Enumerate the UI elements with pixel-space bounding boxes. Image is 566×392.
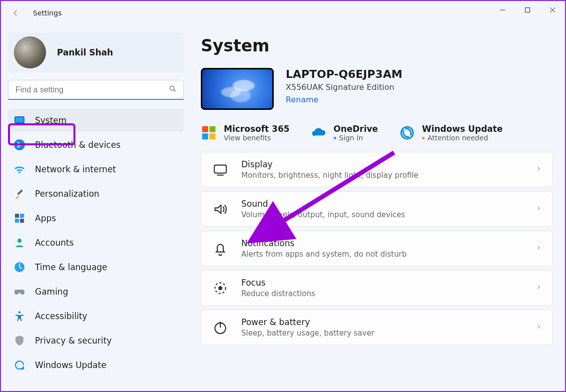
svg-rect-11: [20, 219, 24, 223]
nav-label: Network & internet: [35, 164, 116, 174]
minimize-button[interactable]: [490, 1, 515, 19]
chevron-right-icon: [536, 165, 542, 174]
card-sound[interactable]: SoundVolume levels, output, input, sound…: [201, 191, 553, 227]
sound-icon: [212, 201, 228, 217]
onedrive-icon: [311, 125, 327, 141]
card-title: Sound: [241, 199, 523, 209]
card-title: Notifications: [241, 238, 523, 248]
bluetooth-icon: [13, 138, 26, 151]
service-title: OneDrive: [334, 124, 378, 134]
search-input[interactable]: [8, 80, 184, 100]
svg-point-14: [18, 311, 20, 313]
svg-point-2: [170, 86, 174, 90]
service-title: Microsoft 365: [224, 124, 290, 134]
nav-label: Privacy & security: [35, 336, 112, 346]
nav-label: Windows Update: [35, 360, 106, 370]
apps-icon: [13, 212, 26, 225]
nav-item-bluetooth[interactable]: Bluetooth & devices: [8, 133, 184, 156]
bell-icon: [212, 241, 228, 257]
device-name: LAPTOP-Q6EJP3AM: [286, 68, 402, 80]
nav-item-gaming[interactable]: Gaming: [8, 280, 184, 303]
gamepad-icon: [13, 285, 26, 298]
svg-rect-20: [214, 165, 226, 173]
nav-item-accounts[interactable]: Accounts: [8, 231, 184, 254]
nav-item-apps[interactable]: Apps: [8, 207, 184, 230]
nav-label: Bluetooth & devices: [35, 140, 120, 150]
svg-rect-16: [209, 126, 215, 132]
card-desc: Volume levels, output, input, sound devi…: [241, 210, 523, 219]
device-model: X556UAK Signature Edition: [286, 82, 402, 92]
display-icon: [212, 162, 228, 178]
shield-icon: [13, 334, 26, 347]
card-notifications[interactable]: NotificationsAlerts from apps and system…: [201, 231, 553, 266]
service-microsoft-365[interactable]: Microsoft 365 View benefits: [201, 124, 290, 142]
focus-icon: [212, 280, 228, 296]
status-dot: [422, 137, 425, 139]
device-thumbnail: [201, 68, 274, 110]
window-title: Settings: [33, 9, 61, 17]
sidebar: Pankil Shah System Bluetooth & devices N…: [1, 28, 191, 391]
chevron-right-icon: [536, 283, 542, 293]
system-icon: [13, 114, 26, 127]
nav-label: Personalization: [35, 189, 99, 199]
user-card[interactable]: Pankil Shah: [8, 32, 184, 72]
card-focus[interactable]: FocusReduce distractions: [201, 270, 553, 306]
svg-line-3: [174, 90, 175, 91]
maximize-button[interactable]: [515, 1, 540, 19]
page-title: System: [201, 36, 553, 55]
titlebar: Settings: [1, 1, 565, 25]
service-subtitle: Sign In: [334, 134, 378, 142]
main: System LAPTOP-Q6EJP3AM X556UAK Signature…: [191, 28, 565, 391]
card-title: Power & battery: [241, 317, 523, 327]
update-icon: [13, 359, 26, 372]
svg-rect-9: [20, 214, 24, 218]
card-desc: Monitors, brightness, night light, displ…: [241, 171, 523, 180]
service-onedrive[interactable]: OneDrive Sign In: [311, 124, 378, 142]
svg-rect-7: [17, 189, 22, 195]
svg-rect-8: [15, 214, 19, 218]
card-power-battery[interactable]: Power & batterySleep, battery usage, bat…: [201, 310, 553, 345]
nav-item-privacy-security[interactable]: Privacy & security: [8, 329, 184, 352]
service-windows-update[interactable]: Windows Update Attention needed: [399, 124, 503, 142]
nav-item-accessibility[interactable]: Accessibility: [8, 305, 184, 328]
device-row: LAPTOP-Q6EJP3AM X556UAK Signature Editio…: [201, 68, 553, 110]
card-display[interactable]: DisplayMonitors, brightness, night light…: [201, 152, 553, 187]
nav-item-system[interactable]: System: [8, 109, 184, 132]
svg-rect-1: [526, 8, 530, 12]
svg-rect-18: [209, 133, 215, 139]
svg-rect-10: [15, 219, 19, 223]
search-icon: [169, 85, 177, 95]
service-title: Windows Update: [422, 124, 503, 134]
status-dot: [334, 137, 336, 139]
card-title: Display: [241, 159, 523, 169]
svg-rect-17: [202, 133, 208, 139]
microsoft-365-icon: [201, 125, 217, 141]
svg-rect-15: [202, 126, 208, 132]
chevron-right-icon: [536, 204, 542, 214]
avatar: [14, 36, 46, 68]
rename-link[interactable]: Rename: [286, 95, 402, 104]
svg-point-23: [218, 286, 222, 290]
close-button[interactable]: [540, 1, 565, 19]
svg-point-12: [17, 239, 21, 243]
nav-label: Accounts: [35, 238, 74, 248]
nav-item-personalization[interactable]: Personalization: [8, 182, 184, 205]
windows-update-icon: [399, 125, 415, 141]
card-desc: Reduce distractions: [241, 289, 523, 298]
nav-item-time-language[interactable]: Time & language: [8, 256, 184, 279]
clock-globe-icon: [13, 261, 26, 274]
user-name: Pankil Shah: [57, 47, 113, 57]
power-icon: [212, 320, 228, 336]
nav-item-network[interactable]: Network & internet: [8, 158, 184, 181]
service-subtitle: Attention needed: [422, 134, 503, 142]
nav-label: Time & language: [35, 262, 107, 272]
back-button[interactable]: [8, 5, 23, 20]
nav-label: Accessibility: [35, 311, 87, 321]
chevron-right-icon: [536, 323, 542, 332]
svg-rect-5: [15, 117, 23, 122]
service-subtitle: View benefits: [224, 134, 290, 142]
nav-label: System: [35, 115, 66, 125]
svg-point-6: [14, 139, 25, 150]
nav-item-windows-update[interactable]: Windows Update: [8, 354, 184, 377]
paintbrush-icon: [13, 187, 26, 200]
